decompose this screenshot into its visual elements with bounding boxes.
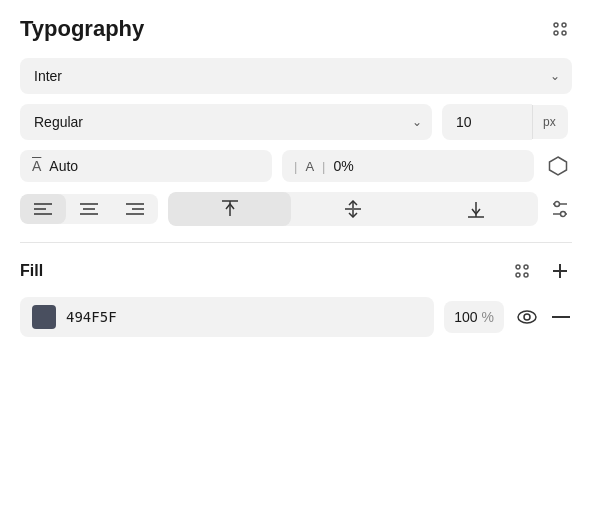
eye-icon (516, 309, 538, 325)
color-picker-button[interactable]: 494F5F (20, 297, 434, 337)
svg-point-23 (561, 212, 566, 217)
svg-point-21 (555, 202, 560, 207)
svg-point-0 (554, 23, 558, 27)
valign-middle-icon (345, 200, 361, 218)
svg-point-25 (524, 265, 528, 269)
typography-section-header: Typography (20, 16, 572, 42)
align-right-icon (126, 202, 144, 216)
letter-spacing-value: 0% (333, 158, 353, 174)
plus-icon (550, 261, 570, 281)
fill-title: Fill (20, 262, 43, 280)
align-center-button[interactable] (66, 194, 112, 224)
font-size-wrapper: px rem em (442, 104, 572, 140)
font-family-wrapper: Inter Roboto Arial Helvetica Georgia ⌄ (20, 58, 572, 94)
align-right-button[interactable] (112, 194, 158, 224)
typography-grid-icon-button[interactable] (548, 17, 572, 41)
metrics-row: A Auto | A | 0% (20, 150, 572, 182)
font-size-input[interactable] (442, 104, 532, 140)
valign-top-button[interactable] (168, 192, 291, 226)
letter-spacing-a-icon: A (305, 159, 314, 174)
typography-title: Typography (20, 16, 144, 42)
hex-settings-icon[interactable] (544, 152, 572, 180)
opacity-box[interactable]: 100 % (444, 301, 504, 333)
remove-fill-button[interactable] (550, 313, 572, 321)
fill-grid-icon (512, 261, 532, 281)
advanced-options-button[interactable] (548, 197, 572, 221)
align-left-icon (34, 202, 52, 216)
line-height-value: Auto (49, 158, 78, 174)
section-divider (20, 242, 572, 243)
svg-point-26 (516, 273, 520, 277)
valign-middle-button[interactable] (291, 192, 414, 226)
letter-spacing-box[interactable]: | A | 0% (282, 150, 534, 182)
svg-point-3 (562, 31, 566, 35)
grid-icon (550, 19, 570, 39)
font-size-unit-select[interactable]: px rem em (532, 105, 568, 139)
valign-top-icon (222, 200, 238, 218)
fill-header-icons (510, 259, 572, 283)
color-hex-value: 494F5F (66, 309, 117, 325)
align-center-icon (80, 202, 98, 216)
svg-point-31 (524, 314, 530, 320)
fill-section-header: Fill (20, 259, 572, 283)
svg-point-2 (554, 31, 558, 35)
svg-point-27 (524, 273, 528, 277)
typography-panel: Typography Inter Roboto Arial Helvetica … (0, 0, 592, 353)
svg-point-1 (562, 23, 566, 27)
font-family-select[interactable]: Inter Roboto Arial Helvetica Georgia (20, 58, 572, 94)
svg-point-30 (518, 311, 536, 323)
line-height-box[interactable]: A Auto (20, 150, 272, 182)
color-swatch (32, 305, 56, 329)
font-style-select[interactable]: Thin Light Regular Medium SemiBold Bold (20, 104, 432, 140)
minus-icon (552, 315, 570, 319)
sliders-icon (550, 199, 570, 219)
valign-bottom-button[interactable] (415, 192, 538, 226)
alignment-row (20, 192, 572, 226)
fill-color-row: 494F5F 100 % (20, 297, 572, 337)
letter-spacing-pipe2-icon: | (322, 159, 325, 174)
toggle-visibility-button[interactable] (514, 307, 540, 327)
opacity-percent-label: % (482, 309, 494, 325)
font-family-row: Inter Roboto Arial Helvetica Georgia ⌄ (20, 58, 572, 94)
line-height-icon: A (32, 158, 41, 174)
add-fill-button[interactable] (548, 259, 572, 283)
horizontal-align-group (20, 194, 158, 224)
font-style-wrapper: Thin Light Regular Medium SemiBold Bold … (20, 104, 432, 140)
svg-point-24 (516, 265, 520, 269)
vertical-align-group (168, 192, 538, 226)
opacity-value: 100 (454, 309, 477, 325)
valign-bottom-icon (468, 200, 484, 218)
font-style-size-row: Thin Light Regular Medium SemiBold Bold … (20, 104, 572, 140)
letter-spacing-pipe-icon: | (294, 159, 297, 174)
align-left-button[interactable] (20, 194, 66, 224)
fill-grid-icon-button[interactable] (510, 259, 534, 283)
